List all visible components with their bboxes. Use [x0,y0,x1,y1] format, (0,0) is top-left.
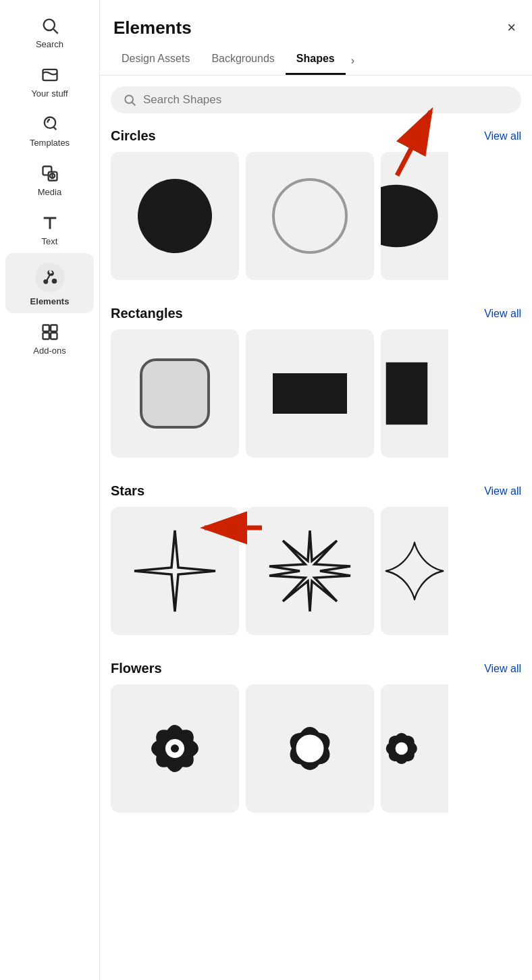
stars-section: Stars View all [100,474,532,635]
circles-header: Circles View all [111,128,521,144]
shape-filled-rect[interactable] [246,329,374,458]
shape-abstract-star[interactable] [381,507,448,635]
shape-4point-star[interactable] [111,507,239,635]
stars-title: Stars [111,483,144,499]
shape-8point-star[interactable] [246,507,374,635]
svg-point-14 [125,95,133,103]
search-bar [111,86,521,113]
shape-flower-3[interactable] [381,684,448,813]
search-icon [41,16,59,35]
shape-flower-1[interactable] [111,684,239,813]
sidebar-label-elements: Elements [30,296,70,306]
content-area: Circles View all [100,119,532,980]
close-button[interactable]: × [504,16,518,39]
stars-header: Stars View all [111,483,521,499]
sidebar-label-text: Text [42,236,58,246]
svg-point-18 [381,185,438,247]
add-ons-icon [41,323,59,342]
shape-tall-rect[interactable] [381,329,448,458]
flowers-title: Flowers [111,661,162,676]
sidebar-item-media[interactable]: Media [0,155,99,204]
sidebar: Search Your stuff Templates Media [0,0,100,980]
shape-flower-2[interactable] [246,684,374,813]
circles-grid [111,152,521,280]
rectangles-section: Rectangles View all [100,296,532,458]
search-shapes-input[interactable] [143,93,509,107]
stars-view-all[interactable]: View all [484,485,521,497]
sidebar-label-add-ons: Add-ons [33,346,65,356]
filled-rect-svg [266,350,354,437]
rectangles-view-all[interactable]: View all [484,308,521,320]
svg-rect-19 [141,360,209,427]
svg-line-15 [132,103,136,106]
panel-title: Elements [113,18,192,38]
sidebar-label-search: Search [36,39,63,49]
abstract-star-svg [381,527,448,615]
flowers-view-all[interactable]: View all [484,663,521,675]
circles-section: Circles View all [100,119,532,280]
svg-rect-11 [51,325,57,331]
search-bar-icon [123,93,136,107]
svg-line-1 [53,29,57,33]
sidebar-label-templates: Templates [30,138,70,148]
sidebar-label-media: Media [38,187,61,197]
svg-rect-13 [51,333,57,339]
flowers-grid [111,684,521,813]
sidebar-item-add-ons[interactable]: Add-ons [0,313,99,362]
tab-backgrounds[interactable]: Backgrounds [201,46,285,75]
sidebar-item-your-stuff[interactable]: Your stuff [0,56,99,105]
rectangles-header: Rectangles View all [111,306,521,321]
elements-active-bg [35,263,65,292]
flower1-svg [131,705,219,792]
rounded-rect-svg [131,350,219,437]
tab-design-assets[interactable]: Design Assets [111,46,201,75]
flower2-svg [266,705,354,792]
rectangles-title: Rectangles [111,306,183,321]
shape-outline-circle[interactable] [246,152,374,280]
svg-rect-12 [43,333,49,339]
svg-point-16 [138,179,212,253]
sidebar-item-search[interactable]: Search [0,7,99,56]
your-stuff-icon [41,65,59,84]
svg-point-17 [273,180,346,252]
8point-star-svg [266,527,354,615]
outline-circle-svg [266,172,354,260]
stars-grid [111,507,521,635]
svg-point-27 [171,744,179,753]
templates-icon [41,115,59,134]
svg-rect-21 [386,362,428,425]
svg-point-38 [396,742,408,755]
media-icon [41,164,59,183]
flowers-section: Flowers View all [100,651,532,813]
tab-shapes[interactable]: Shapes [286,46,346,75]
svg-rect-10 [43,325,49,331]
sidebar-item-elements[interactable]: Elements [5,253,94,313]
svg-point-9 [51,279,57,284]
elements-panel: Elements × Design Assets Backgrounds Sha… [100,0,532,980]
svg-point-33 [303,742,317,755]
sidebar-label-your-stuff: Your stuff [31,88,68,99]
svg-rect-20 [273,373,347,414]
tabs-more-chevron[interactable]: › [348,49,357,72]
flowers-header: Flowers View all [111,661,521,676]
circles-view-all[interactable]: View all [484,130,521,142]
elements-icon [41,269,59,286]
shape-filled-circle[interactable] [111,152,239,280]
shape-rounded-rect[interactable] [111,329,239,458]
circles-title: Circles [111,128,156,144]
text-icon [41,213,59,232]
tall-rect-svg [381,350,448,437]
flower3-svg [381,705,448,792]
rectangles-grid [111,329,521,458]
svg-point-0 [43,20,54,30]
search-bar-container [100,76,532,119]
partial-circle-svg [381,172,448,260]
shape-partial-circle[interactable] [381,152,448,280]
panel-header: Elements × [100,0,532,46]
4point-star-svg [131,527,219,615]
filled-circle-svg [131,172,219,260]
sidebar-item-templates[interactable]: Templates [0,105,99,155]
sidebar-item-text[interactable]: Text [0,204,99,253]
tabs-row: Design Assets Backgrounds Shapes › [100,46,532,76]
